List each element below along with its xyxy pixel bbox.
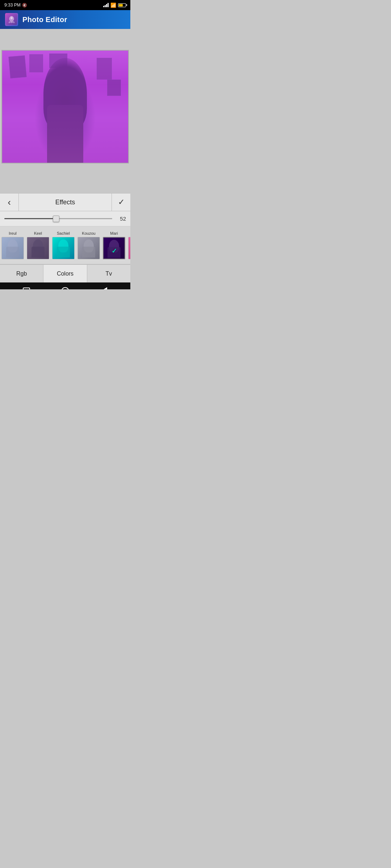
slider-thumb[interactable] — [53, 216, 59, 222]
svg-rect-2 — [9, 22, 10, 23]
effect-label-kouzou: Kouzou — [82, 231, 95, 235]
navigation-bar — [0, 282, 130, 289]
photo-effect-overlay — [2, 51, 128, 163]
mute-icon: 🔇 — [22, 3, 27, 8]
gray-top-spacer — [0, 29, 130, 50]
home-button[interactable] — [59, 285, 72, 289]
effects-list: Ireul Keel Sachiel Kouzou — [0, 226, 130, 264]
tab-colors-label: Colors — [57, 271, 73, 277]
recent-apps-icon — [23, 288, 30, 289]
slider-track[interactable] — [4, 218, 112, 219]
effect-label-ireul: Ireul — [9, 231, 16, 235]
effect-thumb-sachiel[interactable] — [52, 237, 75, 259]
status-left: 9:33 PM 🔇 — [4, 3, 27, 8]
effect-item-sachiel[interactable]: Sachiel — [51, 229, 76, 261]
time-display: 9:33 PM — [4, 3, 21, 8]
effect-thumb-ireul[interactable] — [1, 237, 24, 259]
effect-label-sachiel: Sachiel — [57, 231, 70, 235]
wifi-icon: 📶 — [110, 3, 116, 8]
signal-icon — [103, 3, 109, 7]
status-bar: 9:33 PM 🔇 📶 — [0, 0, 130, 10]
effect-strength-slider[interactable]: 52 — [0, 211, 130, 226]
svg-point-1 — [10, 17, 13, 20]
home-icon — [61, 287, 69, 289]
status-right: 📶 — [103, 3, 126, 8]
effect-selected-checkmark: ✓ — [110, 247, 118, 255]
tab-rgb[interactable]: Rgb — [0, 265, 43, 282]
effect-thumb-kouzou[interactable] — [77, 237, 100, 259]
effect-thumb-yu[interactable] — [128, 237, 130, 259]
effect-thumb-keel[interactable] — [27, 237, 49, 259]
slider-value: 52 — [116, 216, 126, 222]
effects-title: Effects — [55, 199, 75, 206]
tab-rgb-label: Rgb — [16, 271, 27, 277]
slider-fill — [4, 218, 56, 219]
tab-colors[interactable]: Colors — [43, 265, 87, 282]
effects-toolbar: ‹ Effects ✓ — [0, 193, 130, 211]
effect-item-kouzou[interactable]: Kouzou — [76, 229, 101, 261]
tab-tv-label: Tv — [105, 271, 112, 277]
svg-rect-3 — [13, 22, 14, 23]
effect-label-keel: Keel — [34, 231, 42, 235]
effect-item-keel[interactable]: Keel — [25, 229, 51, 261]
back-button[interactable]: ‹ — [0, 193, 19, 211]
battery-icon — [118, 3, 126, 7]
photo-container — [1, 50, 129, 163]
gray-bottom-spacer — [0, 163, 130, 193]
effects-title-area: Effects — [19, 199, 112, 206]
photo-area — [2, 51, 128, 163]
tab-tv[interactable]: Tv — [87, 265, 130, 282]
effect-item-ireul[interactable]: Ireul — [0, 229, 25, 261]
effect-label-mari: Mari — [110, 231, 118, 235]
app-header: Photo Editor — [0, 10, 130, 29]
recent-apps-button[interactable] — [20, 285, 33, 289]
app-title: Photo Editor — [22, 16, 67, 24]
bottom-tabs: Rgb Colors Tv — [0, 264, 130, 282]
effect-item-yu[interactable]: Yu — [127, 229, 130, 261]
app-icon — [5, 13, 18, 26]
back-nav-button[interactable] — [97, 285, 110, 289]
effect-item-mari[interactable]: Mari ✓ — [101, 229, 127, 261]
back-nav-icon — [101, 287, 107, 289]
confirm-button[interactable]: ✓ — [112, 193, 130, 211]
